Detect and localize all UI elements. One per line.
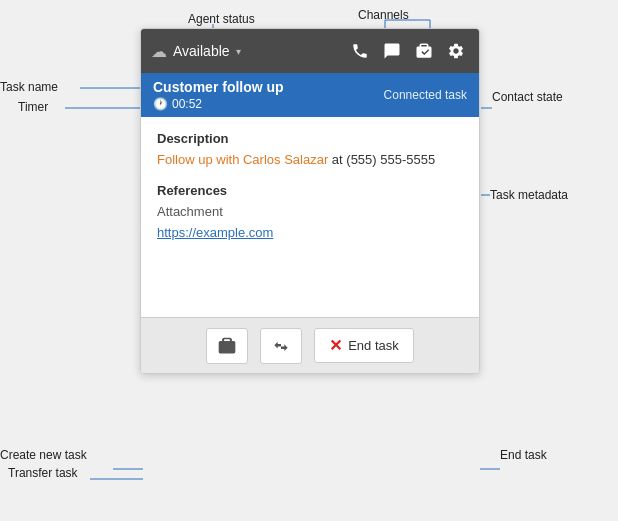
- task-name: Customer follow up: [153, 79, 284, 95]
- description-text: Follow up with Carlos Salazar at (555) 5…: [157, 152, 463, 167]
- task-metadata: Description Follow up with Carlos Salaza…: [141, 117, 479, 317]
- annotation-channels: Channels: [358, 8, 409, 22]
- settings-button[interactable]: [443, 38, 469, 64]
- annotation-contact-state: Contact state: [492, 90, 563, 104]
- create-task-icon: [217, 336, 237, 356]
- agent-status-selector[interactable]: ☁ Available ▾: [151, 42, 241, 61]
- channel-icons: [347, 38, 469, 64]
- chat-icon: [383, 42, 401, 60]
- end-task-x-icon: ✕: [329, 336, 342, 355]
- agent-status-text: Available: [173, 43, 230, 59]
- references-section-title: References: [157, 183, 463, 198]
- clock-icon: 🕐: [153, 97, 168, 111]
- task-channel-button[interactable]: [411, 38, 437, 64]
- annotation-timer: Timer: [18, 100, 48, 114]
- annotation-agent-status: Agent status: [188, 12, 255, 26]
- chat-channel-button[interactable]: [379, 38, 405, 64]
- create-new-task-button[interactable]: [206, 328, 248, 364]
- phone-icon: [351, 42, 369, 60]
- timer-value: 00:52: [172, 97, 202, 111]
- description-section-title: Description: [157, 131, 463, 146]
- phone-channel-button[interactable]: [347, 38, 373, 64]
- end-task-label: End task: [348, 338, 399, 353]
- description-person: Carlos Salazar: [243, 152, 328, 167]
- attachment-label: Attachment: [157, 204, 463, 219]
- metadata-bracket: [479, 125, 480, 309]
- end-task-button[interactable]: ✕ End task: [314, 328, 414, 363]
- ccp-widget: ☁ Available ▾: [140, 28, 480, 374]
- annotation-transfer-task: Transfer task: [8, 466, 78, 480]
- widget-footer: ✕ End task: [141, 317, 479, 373]
- description-suffix: at (555) 555-5555: [328, 152, 435, 167]
- transfer-task-button[interactable]: [260, 328, 302, 364]
- task-bar: Customer follow up 🕐 00:52 Connected tas…: [141, 73, 479, 117]
- description-prefix: Follow up with: [157, 152, 243, 167]
- briefcase-icon: [415, 42, 433, 60]
- annotation-end-task: End task: [500, 448, 547, 462]
- annotation-task-name: Task name: [0, 80, 58, 94]
- widget-header: ☁ Available ▾: [141, 29, 479, 73]
- contact-state-badge: Connected task: [384, 88, 467, 102]
- url-link[interactable]: https://example.com: [157, 225, 273, 240]
- transfer-icon: [271, 336, 291, 356]
- chevron-down-icon: ▾: [236, 46, 241, 57]
- timer-row: 🕐 00:52: [153, 97, 284, 111]
- cloud-icon: ☁: [151, 42, 167, 61]
- annotation-task-metadata: Task metadata: [490, 188, 568, 202]
- annotation-create-new-task: Create new task: [0, 448, 87, 462]
- references-section: Attachment https://example.com: [157, 204, 463, 241]
- gear-icon: [447, 42, 465, 60]
- task-bar-left: Customer follow up 🕐 00:52: [153, 79, 284, 111]
